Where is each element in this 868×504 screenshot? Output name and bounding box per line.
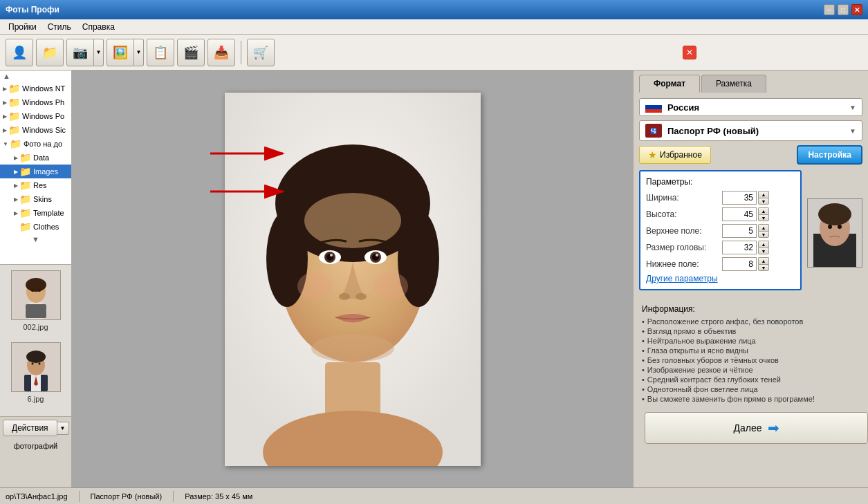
tree-item-windowspo[interactable]: ▶ 📁 Windows Po xyxy=(0,109,71,123)
settings-button[interactable]: Настройка xyxy=(797,145,862,165)
expand-arrow: ▶ xyxy=(14,196,18,203)
spin-down-headsize[interactable]: ▼ xyxy=(758,248,769,254)
country-dropdown-arrow: ▼ xyxy=(849,104,856,111)
toolbar-camera-button[interactable]: 📷 xyxy=(66,39,94,66)
info-item-4: Без головных уборов и тёмных очков xyxy=(642,355,860,365)
tree-item-skins[interactable]: ▶ 📁 Skins xyxy=(0,192,71,206)
favorites-label: Избранное xyxy=(660,150,702,160)
menu-style[interactable]: Стиль xyxy=(42,21,77,33)
tab-layout[interactable]: Разметка xyxy=(701,75,766,93)
panel-close-button[interactable]: ✕ xyxy=(683,46,696,59)
tree-item-images[interactable]: ▶ 📁 Images xyxy=(0,165,71,178)
info-item-7: Однотонный фон светлее лица xyxy=(642,384,860,394)
title-bar: Фоты Профи ─ □ ✕ xyxy=(0,0,868,19)
toolbar-clipboard-button[interactable]: 📋 xyxy=(147,39,174,66)
passport-selector[interactable]: 🛂 Паспорт РФ (новый) ▼ xyxy=(639,120,862,141)
minimize-button[interactable]: ─ xyxy=(824,4,835,15)
info-item-5: Изображение резкое и чёткое xyxy=(642,365,860,375)
toolbar-person-button[interactable]: 👤 xyxy=(6,39,33,66)
tab-format[interactable]: Формат xyxy=(639,75,700,93)
status-path: оp\ТЗ\Анфас1.jpg xyxy=(6,492,68,501)
info-item-0: Расположение строго анфас, без поворотов xyxy=(642,317,860,326)
tree-item-windowsnt[interactable]: ▶ 📁 Windows NT xyxy=(0,82,71,95)
menu-settings[interactable]: Пройки xyxy=(3,21,42,33)
param-input-width[interactable] xyxy=(722,191,757,205)
svg-point-36 xyxy=(339,293,350,300)
info-box: Информация: Расположение строго анфас, б… xyxy=(639,301,862,407)
expand-arrow: ▶ xyxy=(3,113,7,120)
svg-point-40 xyxy=(373,272,408,300)
folder-icon: 📁 xyxy=(19,180,31,191)
param-label-headsize: Размер головы: xyxy=(646,243,722,252)
thumbnail-item-002[interactable]: 002.jpg xyxy=(0,265,71,337)
app-title: Фоты Профи xyxy=(6,5,59,15)
toolbar-cart-button[interactable]: 🛒 xyxy=(247,39,275,66)
tree-item-photosdesktop[interactable]: ▼ 📁 Фото на до xyxy=(0,137,71,151)
toolbar-image-arrow[interactable]: ▼ xyxy=(134,39,144,66)
thumbnail-label-6: 6.jpg xyxy=(6,395,66,403)
main-content: ▲ ▶ 📁 Windows NT ▶ 📁 Windows Ph ▶ 📁 Wind… xyxy=(0,71,868,487)
param-input-headsize[interactable] xyxy=(722,241,757,254)
param-input-topmargin[interactable] xyxy=(722,224,757,238)
tree-label: Фото на до xyxy=(24,140,62,148)
close-button[interactable]: ✕ xyxy=(851,4,862,15)
spin-up-headsize[interactable]: ▲ xyxy=(758,241,769,248)
param-label-width: Ширина: xyxy=(646,193,722,203)
info-title: Информация: xyxy=(642,304,860,314)
param-input-height[interactable] xyxy=(722,207,757,221)
tree-label: Data xyxy=(33,153,49,162)
spin-up-height[interactable]: ▲ xyxy=(758,207,769,214)
toolbar-image-button[interactable]: 🖼️ xyxy=(107,39,134,66)
spin-down-topmargin[interactable]: ▼ xyxy=(758,231,769,238)
tree-label: Images xyxy=(33,167,58,176)
red-arrow-2 xyxy=(210,178,293,205)
params-preview-area: Параметры: Ширина: ▲ ▼ Высота: xyxy=(639,170,862,296)
expand-arrow: ▶ xyxy=(14,169,18,175)
spin-down-height[interactable]: ▼ xyxy=(758,214,769,221)
spin-up-width[interactable]: ▲ xyxy=(758,191,769,198)
spin-down-width[interactable]: ▼ xyxy=(758,198,769,205)
folder-icon: 📁 xyxy=(19,207,31,218)
toolbar-image-group: 🖼️ ▼ xyxy=(107,39,144,66)
passport-icon: 🛂 xyxy=(645,124,662,138)
folder-icon: 📁 xyxy=(8,111,20,122)
next-button[interactable]: Далее ➡ xyxy=(645,412,868,444)
info-item-8: Вы сможете заменить фон прямо в программ… xyxy=(642,394,860,404)
param-input-bottommargin[interactable] xyxy=(722,257,757,271)
folder-icon: 📁 xyxy=(19,194,31,205)
spin-up-topmargin[interactable]: ▲ xyxy=(758,224,769,231)
expand-arrow: ▼ xyxy=(3,141,8,147)
toolbar-film-button[interactable]: 🎬 xyxy=(177,39,205,66)
maximize-button[interactable]: □ xyxy=(838,4,849,15)
param-label-bottommargin: Нижнее поле: xyxy=(646,259,722,269)
svg-point-4 xyxy=(26,278,46,292)
menu-help[interactable]: Справка xyxy=(77,21,120,33)
left-panel: ▲ ▶ 📁 Windows NT ▶ 📁 Windows Ph ▶ 📁 Wind… xyxy=(0,71,72,487)
actions-button[interactable]: Действия xyxy=(3,420,57,436)
actions-dropdown-arrow[interactable]: ▼ xyxy=(57,422,69,435)
toolbar-folder-button[interactable]: 📁 xyxy=(36,39,64,66)
status-separator-1 xyxy=(79,491,80,502)
spin-down-bottommargin[interactable]: ▼ xyxy=(758,264,769,271)
tree-item-template[interactable]: ▶ 📁 Template xyxy=(0,206,71,220)
spin-up-bottommargin[interactable]: ▲ xyxy=(758,257,769,264)
favorites-button[interactable]: ★ Избранное xyxy=(639,146,711,164)
tree-item-res[interactable]: ▶ 📁 Res xyxy=(0,178,71,192)
tree-item-data[interactable]: ▶ 📁 Data xyxy=(0,151,71,165)
country-selector[interactable]: Россия ▼ xyxy=(639,98,862,116)
other-params-link[interactable]: Другие параметры xyxy=(646,274,795,283)
tree-scroll-indicator[interactable]: ▲ xyxy=(0,71,71,82)
folder-icon: 📁 xyxy=(8,124,20,136)
expand-arrow: ▶ xyxy=(3,86,7,92)
toolbar-download-button[interactable]: 📥 xyxy=(207,39,235,66)
svg-point-34 xyxy=(330,254,333,256)
tree-item-windowsph[interactable]: ▶ 📁 Windows Ph xyxy=(0,95,71,109)
tree-item-clothes[interactable]: ▶ 📁 Clothes xyxy=(0,220,71,234)
toolbar-camera-arrow[interactable]: ▼ xyxy=(94,39,104,66)
tree-scroll-down[interactable]: ▼ xyxy=(0,234,71,245)
tree-item-windowssic[interactable]: ▶ 📁 Windows Sic xyxy=(0,123,71,137)
preview-thumbnail xyxy=(807,198,862,268)
expand-arrow: ▶ xyxy=(14,183,18,189)
photos-count-label: фотографий xyxy=(0,439,71,453)
thumbnail-item-6[interactable]: 6.jpg xyxy=(0,337,71,409)
